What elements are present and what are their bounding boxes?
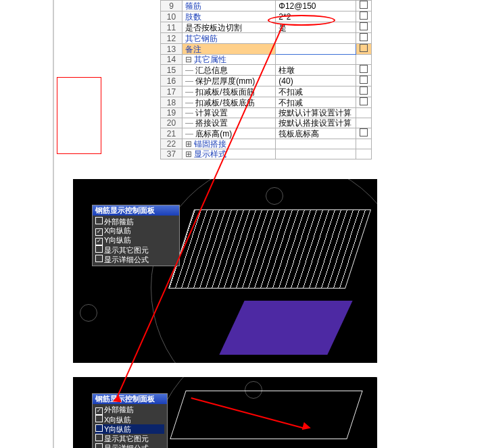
property-name[interactable]: 其它属性 [183,55,276,65]
property-checkbox-cell[interactable] [356,97,372,108]
property-value[interactable]: 柱墩 [276,65,356,76]
property-row[interactable]: 21底标高(m)筏板底标高 [161,128,372,139]
rebar-display-panel-2[interactable]: 钢筋显示控制面板 ✓外部箍筋X向纵筋Y向纵筋显示其它图元显示详细公式 [92,393,168,448]
property-value[interactable]: 按默认计算设置计算 [276,108,356,118]
property-row[interactable]: 12其它钢筋 [161,33,372,44]
checkbox-icon[interactable]: ✓ [95,238,103,245]
checkbox-icon[interactable] [360,44,368,52]
axis-handle [266,187,283,205]
property-value[interactable]: 按默认搭接设置计算 [276,118,356,128]
checkbox-icon[interactable] [360,22,368,30]
checkbox-icon[interactable] [95,443,103,448]
checkbox-icon[interactable] [95,424,103,432]
property-grid[interactable]: 9箍筋Φ12@15010肢数2*211是否按板边切割是12其它钢筋13备注14其… [160,0,372,159]
property-name[interactable]: 保护层厚度(mm) [183,76,276,86]
property-name[interactable]: 其它钢筋 [183,33,276,44]
property-row[interactable]: 10肢数2*2 [161,11,372,22]
property-value[interactable]: (40) [276,76,356,86]
checkbox-icon[interactable] [360,11,368,20]
panel-option[interactable]: 显示其它图元 [95,434,164,443]
checkbox-icon[interactable] [360,128,368,136]
3d-viewport-2[interactable]: 钢筋显示控制面板 ✓外部箍筋X向纵筋Y向纵筋显示其它图元显示详细公式 [73,377,377,448]
3d-viewport-1[interactable]: 钢筋显示控制面板 外部箍筋✓X向纵筋✓Y向纵筋显示其它图元显示详细公式 [73,179,377,363]
property-row[interactable]: 15汇总信息柱墩 [161,65,372,76]
property-value[interactable]: 不扣减 [276,97,356,108]
property-checkbox-cell[interactable] [356,55,372,65]
checkbox-icon[interactable] [360,97,368,105]
property-value[interactable] [276,44,356,55]
panel-option[interactable]: 外部箍筋 [95,217,176,226]
property-checkbox-cell[interactable] [356,149,372,159]
property-name[interactable]: 显示样式 [183,149,276,159]
property-value[interactable]: 筏板底标高 [276,128,356,139]
rebar-bars [169,210,370,288]
property-checkbox-cell[interactable] [356,11,372,22]
property-checkbox-cell[interactable] [356,33,372,44]
checkbox-icon[interactable] [95,217,103,224]
row-number: 20 [161,118,183,128]
property-name[interactable]: 扣减板/筏板面筋 [183,86,276,97]
property-checkbox-cell[interactable] [356,139,372,149]
panel-option[interactable]: ✓X向纵筋 [95,226,176,236]
checkbox-icon[interactable] [360,65,368,73]
row-number: 16 [161,76,183,86]
property-checkbox-cell[interactable] [356,65,372,76]
property-value[interactable] [276,149,356,159]
panel-option[interactable]: ✓外部箍筋 [95,405,164,415]
checkbox-icon[interactable] [360,76,368,84]
property-name[interactable]: 底标高(m) [183,128,276,139]
property-name[interactable]: 肢数 [183,11,276,22]
property-name[interactable]: 扣减板/筏板底筋 [183,97,276,108]
property-row[interactable]: 20搭接设置按默认搭接设置计算 [161,118,372,128]
property-name[interactable]: 搭接设置 [183,118,276,128]
property-name[interactable]: 箍筋 [183,1,276,11]
checkbox-icon[interactable] [360,33,368,41]
content-left-border [53,0,54,448]
panel-option[interactable]: 显示其它图元 [95,245,176,255]
property-name[interactable]: 是否按板边切割 [183,22,276,33]
row-number: 18 [161,97,183,108]
property-row[interactable]: 17扣减板/筏板面筋不扣减 [161,86,372,97]
checkbox-icon[interactable] [95,255,103,262]
property-checkbox-cell[interactable] [356,44,372,55]
property-value[interactable]: Φ12@150 [276,1,356,11]
panel-body: ✓外部箍筋X向纵筋Y向纵筋显示其它图元显示详细公式 [93,404,167,448]
property-checkbox-cell[interactable] [356,118,372,128]
checkbox-icon[interactable] [360,1,368,9]
checkbox-icon[interactable] [95,245,103,253]
property-value[interactable] [276,139,356,149]
property-checkbox-cell[interactable] [356,22,372,33]
property-row[interactable]: 22锚固搭接 [161,139,372,149]
panel-option[interactable]: 显示详细公式 [95,255,176,264]
property-value[interactable] [276,33,356,44]
checkbox-icon[interactable]: ✓ [95,228,103,236]
property-row[interactable]: 19计算设置按默认计算设置计算 [161,108,372,118]
panel-option[interactable]: Y向纵筋 [95,424,164,434]
checkbox-icon[interactable]: ✓ [95,407,103,415]
property-checkbox-cell[interactable] [356,86,372,97]
property-row[interactable]: 18扣减板/筏板底筋不扣减 [161,97,372,108]
property-checkbox-cell[interactable] [356,1,372,11]
property-checkbox-cell[interactable] [356,76,372,86]
panel-option[interactable]: 显示详细公式 [95,443,164,448]
panel-option[interactable]: X向纵筋 [95,415,164,424]
checkbox-icon[interactable] [95,415,103,422]
row-number: 9 [161,1,183,11]
property-value[interactable] [276,55,356,65]
rebar-display-panel-1[interactable]: 钢筋显示控制面板 外部箍筋✓X向纵筋✓Y向纵筋显示其它图元显示详细公式 [92,205,180,266]
property-row[interactable]: 11是否按板边切割是 [161,22,372,33]
row-number: 22 [161,139,183,149]
property-row[interactable]: 16保护层厚度(mm)(40) [161,76,372,86]
property-name[interactable]: 计算设置 [183,108,276,118]
property-checkbox-cell[interactable] [356,128,372,139]
property-checkbox-cell[interactable] [356,108,372,118]
property-row[interactable]: 9箍筋Φ12@150 [161,1,372,11]
property-value[interactable]: 不扣减 [276,86,356,97]
property-row[interactable]: 37显示样式 [161,149,372,159]
property-name[interactable]: 备注 [183,44,276,55]
panel-option[interactable]: ✓Y向纵筋 [95,236,176,245]
checkbox-icon[interactable] [95,434,103,441]
checkbox-icon[interactable] [360,86,368,95]
wire-cage [170,391,362,439]
property-row[interactable]: 13备注 [161,44,372,55]
